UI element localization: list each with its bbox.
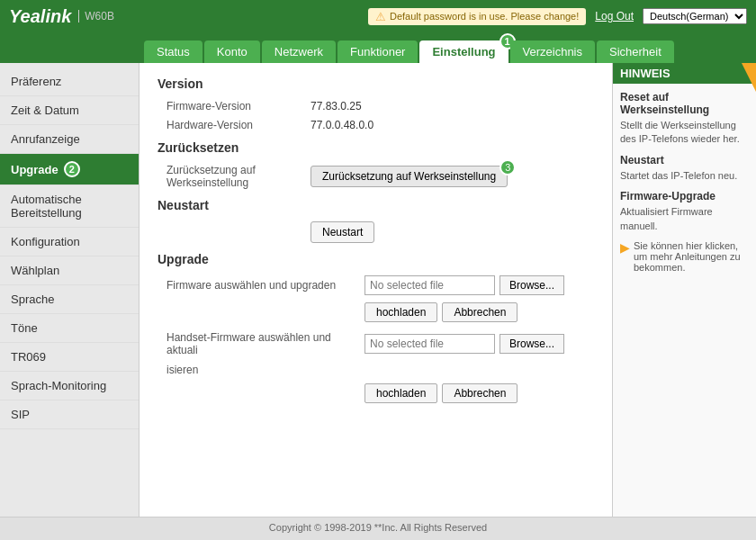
reset-row: Zurücksetzung auf Werkseinstellung Zurüc… bbox=[158, 164, 594, 189]
hardware-version-row: Hardware-Version 77.0.0.48.0.0 bbox=[158, 119, 594, 131]
sidebar-item-konfiguration[interactable]: Konfiguration bbox=[0, 228, 139, 256]
sidebar-item-sprach-monitoring[interactable]: Sprach-Monitoring bbox=[0, 372, 139, 400]
logo-area: Yealink W60B bbox=[9, 6, 114, 27]
handset-action-row: hochladen Abbrechen bbox=[364, 383, 594, 403]
nav-tabs: Status Konto Netzwerk Funktioner Einstel… bbox=[0, 32, 756, 63]
restart-row: Neustart bbox=[158, 221, 594, 243]
sidebar-item-anrufanzeige[interactable]: Anrufanzeige bbox=[0, 125, 139, 154]
firmware-upgrade-row: Firmware auswählen und upgraden Browse..… bbox=[158, 275, 594, 295]
firmware-hochladen-button[interactable]: hochladen bbox=[364, 302, 437, 322]
handset-abbrechen-button[interactable]: Abbrechen bbox=[442, 383, 518, 403]
tab-netzwerk[interactable]: Netzwerk bbox=[262, 40, 336, 63]
restart-section-title: Neustart bbox=[158, 198, 594, 212]
reset-button[interactable]: Zurücksetzung auf Werkseinstellung 3 bbox=[310, 166, 508, 187]
version-section-title: Version bbox=[158, 76, 594, 91]
hinweis-link-icon: ▶ bbox=[620, 240, 630, 255]
sidebar: Präferenz Zeit & Datum Anrufanzeige Upgr… bbox=[0, 63, 140, 517]
main-content: Version Firmware-Version 77.83.0.25 Hard… bbox=[140, 63, 612, 517]
top-bar: Yealink W60B ⚠ Default password is in us… bbox=[0, 0, 756, 32]
firmware-abbrechen-button[interactable]: Abbrechen bbox=[442, 302, 518, 322]
firmware-version-row: Firmware-Version 77.83.0.25 bbox=[158, 100, 594, 112]
hardware-version-label: Hardware-Version bbox=[166, 119, 310, 131]
tab-verzeichnis[interactable]: Verzeichnis bbox=[510, 40, 595, 63]
reset-section-title: Zurücksetzen bbox=[158, 140, 594, 155]
sidebar-item-praferenz[interactable]: Präferenz bbox=[0, 68, 139, 96]
handset-isieren-label: isieren bbox=[166, 364, 364, 376]
handset-upgrade-row: Handset-Firmware auswählen und aktuali B… bbox=[158, 331, 594, 356]
hinweis-panel: HINWEIS Reset auf Werkseinstellung Stell… bbox=[612, 63, 756, 517]
handset-isieren-row: isieren bbox=[158, 364, 594, 376]
sidebar-item-upgrade[interactable]: Upgrade 2 bbox=[0, 154, 139, 185]
language-select[interactable]: Deutsch(German) English bbox=[643, 8, 747, 24]
sidebar-item-tone[interactable]: Töne bbox=[0, 314, 139, 343]
firmware-version-label: Firmware-Version bbox=[166, 100, 310, 112]
top-right-area: ⚠ Default password is in use. Please cha… bbox=[368, 8, 747, 25]
reset-label: Zurücksetzung auf Werkseinstellung bbox=[166, 164, 310, 189]
warning-text: Default password is in use. Please chang… bbox=[390, 11, 579, 22]
firmware-file-area: Browse... bbox=[364, 275, 564, 295]
tab-status[interactable]: Status bbox=[144, 40, 202, 63]
firmware-file-input[interactable] bbox=[364, 275, 495, 295]
sidebar-upgrade-badge: 2 bbox=[64, 161, 80, 177]
hardware-version-value: 77.0.0.48.0.0 bbox=[310, 119, 374, 131]
hinweis-neustart-title: Neustart bbox=[620, 154, 749, 166]
hinweis-title: HINWEIS bbox=[613, 63, 756, 84]
hinweis-link-text: Sie können hier klicken, um mehr Anleitu… bbox=[634, 240, 749, 273]
sidebar-item-automatische[interactable]: Automatische Bereitstellung bbox=[0, 185, 139, 228]
sidebar-item-sprache[interactable]: Sprache bbox=[0, 285, 139, 314]
handset-file-input[interactable] bbox=[364, 334, 495, 354]
hinweis-reset-title: Reset auf Werkseinstellung bbox=[620, 91, 749, 116]
tab-konto[interactable]: Konto bbox=[204, 40, 260, 63]
warning-icon: ⚠ bbox=[375, 10, 386, 23]
handset-file-area: Browse... bbox=[364, 334, 564, 354]
tab-funktioner[interactable]: Funktioner bbox=[338, 40, 418, 63]
handset-browse-button[interactable]: Browse... bbox=[500, 334, 564, 354]
hinweis-upgrade-title: Firmware-Upgrade bbox=[620, 190, 749, 202]
footer-text: Copyright © 1998-2019 **Inc. All Rights … bbox=[269, 522, 487, 533]
upgrade-section-title: Upgrade bbox=[158, 252, 594, 266]
handset-hochladen-button[interactable]: hochladen bbox=[364, 383, 437, 403]
warning-message: ⚠ Default password is in use. Please cha… bbox=[368, 8, 586, 25]
tab-einstellung[interactable]: Einstellung 1 bbox=[419, 40, 508, 63]
restart-button[interactable]: Neustart bbox=[310, 221, 374, 243]
sidebar-item-wahlplan[interactable]: Wählplan bbox=[0, 256, 139, 285]
hinweis-link[interactable]: ▶ Sie können hier klicken, um mehr Anlei… bbox=[620, 240, 749, 273]
hinweis-upgrade-text: Aktualisiert Firmware manuell. bbox=[620, 205, 749, 233]
handset-upgrade-label: Handset-Firmware auswählen und aktuali bbox=[166, 331, 364, 356]
firmware-upgrade-label: Firmware auswählen und upgraden bbox=[166, 279, 364, 292]
logout-button[interactable]: Log Out bbox=[595, 10, 634, 22]
reset-btn-badge: 3 bbox=[500, 159, 516, 176]
footer: Copyright © 1998-2019 **Inc. All Rights … bbox=[0, 517, 756, 540]
logo-model: W60B bbox=[78, 10, 114, 22]
hinweis-reset-text: Stellt die Werkseinstellung des IP-Telef… bbox=[620, 119, 749, 147]
firmware-action-row: hochladen Abbrechen bbox=[364, 302, 594, 322]
sidebar-item-tr069[interactable]: TR069 bbox=[0, 343, 139, 372]
sidebar-item-zeit-datum[interactable]: Zeit & Datum bbox=[0, 96, 139, 125]
firmware-browse-button[interactable]: Browse... bbox=[500, 275, 564, 295]
sidebar-item-sip[interactable]: SIP bbox=[0, 400, 139, 429]
logo-yealink: Yealink bbox=[9, 6, 71, 27]
tab-sicherheit[interactable]: Sicherheit bbox=[597, 40, 674, 63]
firmware-version-value: 77.83.0.25 bbox=[310, 100, 362, 112]
hinweis-neustart-text: Startet das IP-Telefon neu. bbox=[620, 169, 749, 183]
main-layout: Präferenz Zeit & Datum Anrufanzeige Upgr… bbox=[0, 63, 756, 517]
